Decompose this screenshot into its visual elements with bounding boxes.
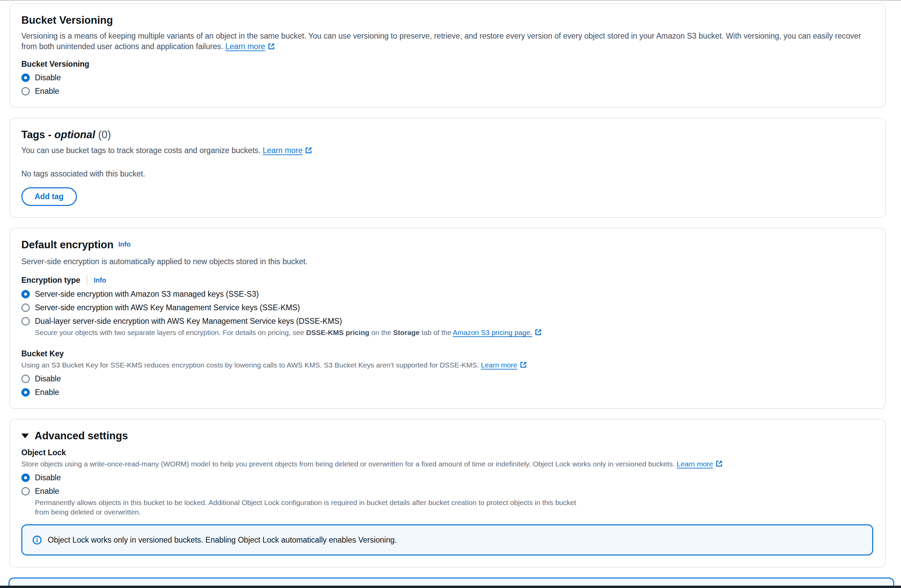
- bucket-versioning-field-label: Bucket Versioning: [21, 59, 873, 69]
- add-tag-button[interactable]: Add tag: [21, 187, 77, 206]
- no-tags-message: No tags associated with this bucket.: [21, 169, 873, 178]
- versioning-enable-option[interactable]: Enable: [21, 87, 873, 96]
- advanced-settings-toggle[interactable]: Advanced settings: [21, 429, 873, 442]
- advanced-settings-section: Advanced settings Object Lock Store obje…: [9, 419, 886, 567]
- bucket-key-enable-label[interactable]: Enable: [35, 388, 59, 397]
- radio-checked-icon[interactable]: [21, 474, 30, 482]
- bucket-key-enable-option[interactable]: Enable: [21, 388, 873, 397]
- encryption-type-info-link[interactable]: Info: [94, 276, 106, 284]
- encryption-dsse-kms-label[interactable]: Dual-layer server-side encryption with A…: [35, 317, 342, 326]
- tags-title-optional: optional: [55, 129, 95, 140]
- radio-unchecked-icon[interactable]: [21, 317, 30, 326]
- radio-unchecked-icon[interactable]: [21, 487, 30, 496]
- radio-checked-icon[interactable]: [21, 290, 30, 298]
- bucket-versioning-description: Versioning is a means of keeping multipl…: [21, 31, 873, 52]
- bucket-key-disable-label[interactable]: Disable: [35, 374, 61, 384]
- object-lock-enable-note: Permanently allows objects in this bucke…: [35, 498, 577, 517]
- dsse-kms-pricing-text: DSSE-KMS pricing: [306, 329, 369, 336]
- versioning-enable-label[interactable]: Enable: [35, 87, 59, 96]
- encryption-type-header: Encryption type Info: [21, 275, 873, 285]
- description-text: Using an S3 Bucket Key for SSE-KMS reduc…: [21, 361, 479, 369]
- object-lock-enable-label[interactable]: Enable: [35, 487, 59, 496]
- radio-checked-icon[interactable]: [21, 73, 30, 82]
- dsse-kms-note: Secure your objects with two separate la…: [35, 328, 577, 337]
- external-link-icon: [268, 43, 275, 50]
- versioning-learn-more-link[interactable]: Learn more: [225, 42, 275, 51]
- tags-section: Tags - optional (0) You can use bucket t…: [9, 118, 886, 218]
- info-icon: [33, 535, 42, 544]
- default-encryption-section: Default encryptionInfo Server-side encry…: [9, 228, 886, 409]
- note-text: tab of the: [420, 329, 453, 336]
- description-text: You can use bucket tags to track storage…: [21, 146, 260, 155]
- storage-tab-text: Storage: [393, 329, 419, 336]
- default-encryption-title: Default encryptionInfo: [21, 239, 873, 252]
- radio-checked-icon[interactable]: [21, 388, 30, 397]
- caret-down-icon: [21, 434, 29, 438]
- advanced-settings-title: Advanced settings: [34, 429, 128, 442]
- encryption-sse-kms-option[interactable]: Server-side encryption with AWS Key Mana…: [21, 303, 873, 312]
- object-lock-info-alert: Object Lock works only in versioned buck…: [21, 524, 873, 555]
- external-link-icon: [520, 361, 527, 368]
- object-lock-disable-option[interactable]: Disable: [21, 473, 873, 482]
- alert-text: Object Lock works only in versioned buck…: [48, 535, 397, 545]
- bucket-key-learn-more-link[interactable]: Learn more: [481, 361, 527, 369]
- versioning-disable-option[interactable]: Disable: [21, 73, 873, 82]
- encryption-dsse-kms-option[interactable]: Dual-layer server-side encryption with A…: [21, 317, 873, 326]
- default-encryption-description: Server-side encryption is automatically …: [21, 256, 873, 267]
- external-link-icon: [305, 147, 312, 154]
- bucket-versioning-section: Bucket Versioning Versioning is a means …: [9, 3, 886, 108]
- tags-description: You can use bucket tags to track storage…: [21, 145, 873, 156]
- bucket-key-disable-option[interactable]: Disable: [21, 374, 873, 384]
- radio-unchecked-icon[interactable]: [21, 304, 30, 312]
- radio-unchecked-icon[interactable]: [21, 87, 30, 95]
- object-lock-label: Object Lock: [21, 448, 873, 457]
- default-encryption-info-link[interactable]: Info: [118, 240, 131, 248]
- vertical-divider: [87, 275, 87, 285]
- default-encryption-title-text: Default encryption: [21, 239, 114, 251]
- tags-count: (0): [98, 129, 111, 140]
- bottom-edge-bar: [0, 586, 901, 588]
- bucket-key-description: Using an S3 Bucket Key for SSE-KMS reduc…: [21, 360, 873, 370]
- note-text: on the: [369, 329, 393, 336]
- encryption-sse-s3-option[interactable]: Server-side encryption with Amazon S3 ma…: [21, 290, 873, 299]
- encryption-sse-s3-label[interactable]: Server-side encryption with Amazon S3 ma…: [35, 290, 259, 299]
- tags-title: Tags - optional (0): [21, 128, 873, 141]
- bucket-key-label: Bucket Key: [21, 349, 873, 358]
- note-text: Secure your objects with two separate la…: [35, 329, 306, 336]
- s3-pricing-page-link[interactable]: Amazon S3 pricing page.: [453, 329, 542, 336]
- object-lock-learn-more-link[interactable]: Learn more: [677, 460, 723, 468]
- encryption-sse-kms-label[interactable]: Server-side encryption with AWS Key Mana…: [35, 303, 300, 312]
- object-lock-description: Store objects using a write-once-read-ma…: [21, 459, 873, 469]
- description-text: Versioning is a means of keeping multipl…: [21, 31, 861, 51]
- object-lock-enable-option[interactable]: Enable: [21, 487, 873, 496]
- tags-learn-more-link[interactable]: Learn more: [263, 146, 313, 155]
- versioning-disable-label[interactable]: Disable: [35, 73, 61, 82]
- external-link-icon: [535, 329, 542, 336]
- tags-title-prefix: Tags -: [21, 129, 55, 140]
- encryption-type-label: Encryption type: [21, 275, 80, 285]
- external-link-icon: [716, 460, 723, 468]
- bucket-versioning-title: Bucket Versioning: [21, 14, 873, 27]
- object-lock-disable-label[interactable]: Disable: [35, 473, 61, 482]
- description-text: Store objects using a write-once-read-ma…: [21, 460, 675, 468]
- radio-unchecked-icon[interactable]: [21, 374, 30, 383]
- create-bucket-settings-page: Bucket Versioning Versioning is a means …: [0, 1, 901, 588]
